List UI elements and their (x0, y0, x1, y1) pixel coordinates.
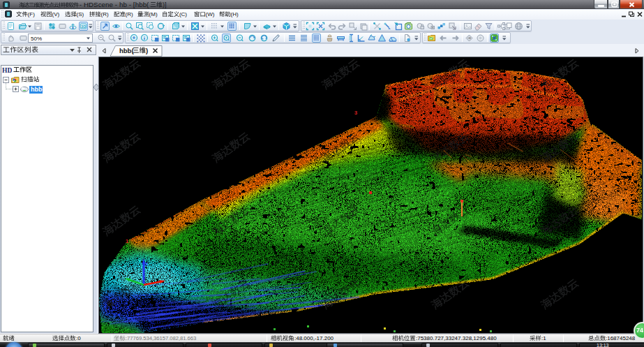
svg-text:3D: 3D (81, 24, 86, 29)
svg-text:HD: HD (2, 67, 12, 74)
